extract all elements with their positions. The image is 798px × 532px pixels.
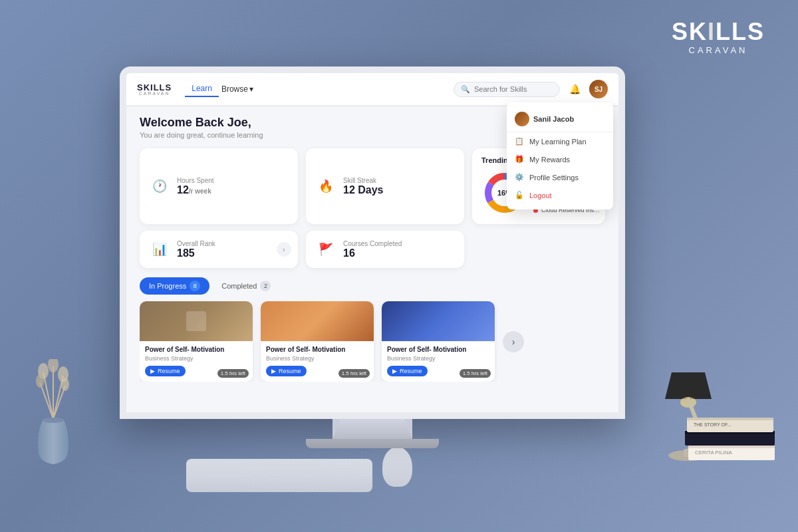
dropdown-header: Sanil Jacob [507,108,613,132]
course-card: Power of Self- Motivation Business Strat… [261,301,374,382]
course-card: Power of Self- Motivation Business Strat… [140,301,253,382]
monitor-screen: SKILLS CARAVAN Learn Browse ▾ 🔍 🔔 SJ [120,66,625,419]
play-icon: ▶ [271,368,276,374]
monitor-wrapper: SKILLS CARAVAN Learn Browse ▾ 🔍 🔔 SJ [120,66,625,448]
resume-btn-3[interactable]: ▶ Resume [387,366,428,376]
flag-icon: 🚩 [315,239,336,260]
course-thumb-2 [261,301,374,341]
completed-card: 🚩 Courses Completed 16 [306,231,464,268]
course-subtitle: Business Strategy [145,355,247,362]
svg-point-14 [61,378,69,391]
in-progress-badge: 8 [190,281,200,291]
courses-list: Power of Self- Motivation Business Strat… [140,301,605,382]
dropdown-rewards[interactable]: 🎁 My Rewards [507,150,613,168]
fire-icon: 🔥 [315,176,336,197]
course-title: Power of Self- Motivation [145,345,247,354]
dropdown-learning-plan[interactable]: 📋 My Learning Plan [507,132,613,150]
streak-label: Skill Streak [343,177,384,184]
courses-next-btn[interactable]: › [503,331,524,352]
hours-value: 12/r week [177,184,214,196]
user-dropdown: Sanil Jacob 📋 My Learning Plan 🎁 My Rewa… [507,102,613,209]
completed-badge: 2 [260,281,271,291]
hours-card: 🕐 Hours Spent 12/r week [140,148,298,224]
search-bar[interactable]: 🔍 [454,82,560,97]
mouse-decoration [382,447,412,487]
completed-value: 16 [343,247,402,259]
nav-links: Learn Browse ▾ [185,81,253,97]
dropdown-avatar [515,112,529,126]
rank-value: 185 [177,247,215,259]
svg-point-13 [36,374,44,388]
nav-logo-caravan: CARAVAN [139,91,170,96]
svg-rect-27 [687,418,773,420]
play-icon: ▶ [150,368,155,374]
tab-in-progress[interactable]: In Progress 8 [140,277,209,295]
resume-btn-2[interactable]: ▶ Resume [266,366,307,376]
course-thumb-3 [382,301,495,341]
nav-learn[interactable]: Learn [185,81,219,97]
course-time-1: 1.5 hrs left [217,369,249,378]
course-card: Power of Self- Motivation Business Strat… [382,301,495,382]
course-tabs: In Progress 8 Completed 2 [140,277,605,295]
course-thumb-1 [140,301,253,341]
rewards-icon: 🎁 [515,155,524,164]
logout-icon: 🔓 [515,191,524,200]
logo-skills-text: SKILLS [672,20,765,44]
course-subtitle: Business Strategy [266,355,368,362]
trending-spacer [472,231,605,268]
search-input[interactable] [474,85,553,93]
dropdown-username: Sanil Jacob [533,115,574,123]
logo-caravan-text: CARAVAN [672,45,765,55]
monitor-base [306,439,439,448]
nav-browse[interactable]: Browse ▾ [221,84,253,94]
notification-bell[interactable]: 🔔 [565,80,584,98]
dropdown-profile-settings[interactable]: ⚙️ Profile Settings [507,168,613,186]
svg-point-15 [43,418,64,423]
navbar: SKILLS CARAVAN Learn Browse ▾ 🔍 🔔 SJ [126,73,618,105]
course-time-2: 1.5 hrs left [338,369,370,378]
course-subtitle: Business Strategy [387,355,489,362]
streak-card: 🔥 Skill Streak 12 Days [306,148,464,224]
course-time-3: 1.5 hrs left [460,369,491,378]
svg-text:CERITA PILINA: CERITA PILINA [695,450,733,456]
course-title: Power of Self- Motivation [266,345,368,354]
rank-card: 📊 Overall Rank 185 › [140,231,298,268]
course-title: Power of Self- Motivation [387,345,489,354]
keyboard-decoration [186,459,372,492]
app-container: SKILLS CARAVAN Learn Browse ▾ 🔍 🔔 SJ [126,73,618,412]
books-stack: CERITA PILINA THE STORY OF... [682,399,781,472]
learning-plan-icon: 📋 [515,137,524,146]
top-logo: SKILLS CARAVAN [672,20,765,55]
completed-label: Courses Completed [343,240,402,247]
svg-rect-22 [688,446,775,448]
play-icon: ▶ [392,368,397,374]
monitor-stand [332,419,412,439]
streak-value: 12 Days [343,184,384,196]
hours-label: Hours Spent [177,177,214,184]
nav-logo: SKILLS CARAVAN [137,82,172,96]
chevron-down-icon: ▾ [249,84,253,94]
rank-arrow-btn[interactable]: › [277,242,291,257]
dropdown-logout[interactable]: 🔓 Logout [507,186,613,204]
resume-btn-1[interactable]: ▶ Resume [145,366,186,376]
rank-label: Overall Rank [177,240,215,247]
settings-icon: ⚙️ [515,173,524,182]
vase-decoration [27,359,80,466]
stats-row-2: 📊 Overall Rank 185 › 🚩 Courses Completed… [140,231,605,268]
tab-completed[interactable]: Completed 2 [212,277,280,295]
clock-icon: 🕐 [149,176,170,197]
user-avatar[interactable]: SJ [589,80,608,98]
rank-icon: 📊 [149,239,170,260]
svg-point-11 [48,359,59,372]
svg-text:THE STORY OF...: THE STORY OF... [694,422,731,427]
search-icon: 🔍 [461,85,470,94]
